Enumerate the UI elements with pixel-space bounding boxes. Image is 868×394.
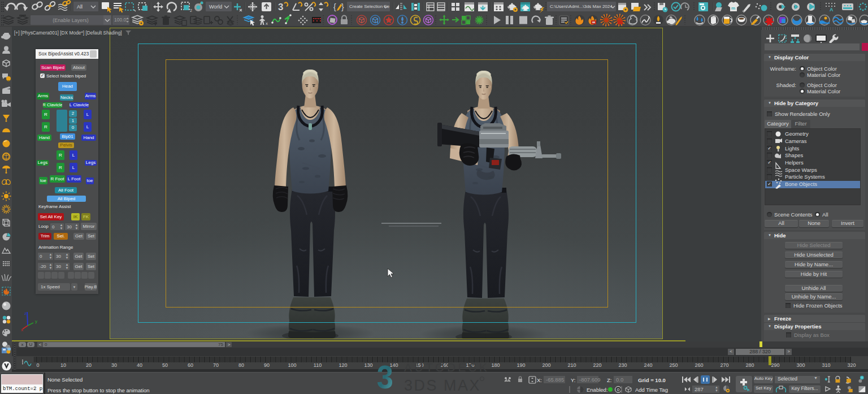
svg-text:z: z (24, 311, 27, 316)
svg-text:m: m (731, 6, 735, 11)
svg-text:A: A (830, 7, 834, 12)
svg-text:y: y (35, 319, 37, 324)
svg-text:C:\Users\Admi...\3ds Max 2024: C:\Users\Admi...\3ds Max 2024 (550, 4, 613, 9)
svg-text:Create Selection Se: Create Selection Se (349, 4, 390, 9)
svg-text:AUTODESK: AUTODESK (404, 361, 489, 374)
svg-text:100.0: 100.0 (114, 17, 127, 23)
svg-text:{: { (333, 2, 336, 11)
svg-text:All: All (77, 4, 83, 10)
svg-text:3: 3 (278, 2, 283, 12)
svg-text:(Enable Layers): (Enable Layers) (53, 18, 89, 23)
svg-text:World: World (209, 4, 222, 10)
svg-text:x: x (266, 21, 268, 26)
svg-text:3DS MAX: 3DS MAX (404, 377, 481, 394)
svg-text:}: } (341, 2, 344, 11)
svg-text:x: x (21, 327, 23, 332)
svg-text:3: 3 (377, 359, 393, 394)
svg-text:2: 2 (190, 8, 192, 12)
